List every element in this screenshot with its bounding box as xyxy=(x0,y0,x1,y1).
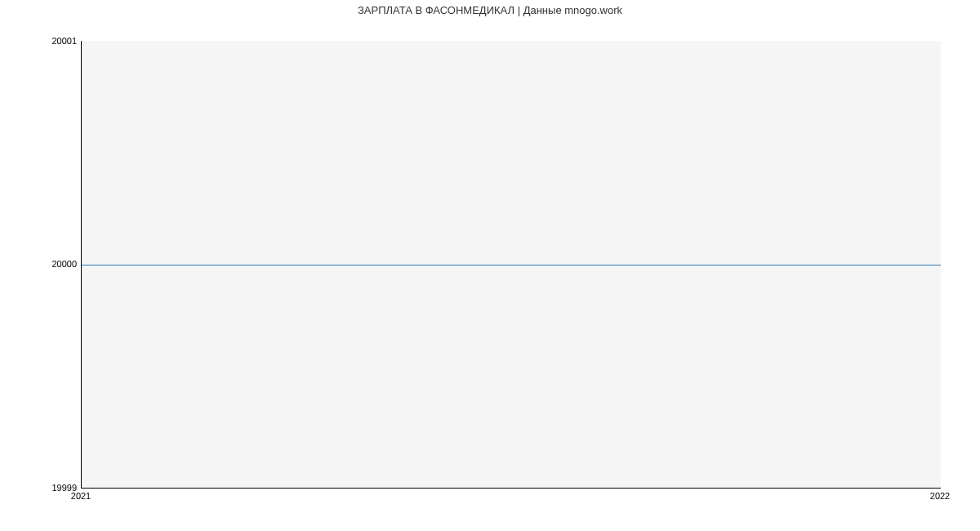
x-tick-label: 2021 xyxy=(71,491,91,501)
y-tick-label: 20001 xyxy=(51,36,77,46)
series-line xyxy=(82,265,941,266)
salary-chart: ЗАРПЛАТА В ФАСОНМЕДИКАЛ | Данные mnogo.w… xyxy=(0,0,980,531)
plot-area xyxy=(81,41,941,489)
y-tick-label: 20000 xyxy=(51,259,77,269)
chart-title: ЗАРПЛАТА В ФАСОНМЕДИКАЛ | Данные mnogo.w… xyxy=(0,4,980,16)
x-tick-label: 2022 xyxy=(930,491,950,501)
